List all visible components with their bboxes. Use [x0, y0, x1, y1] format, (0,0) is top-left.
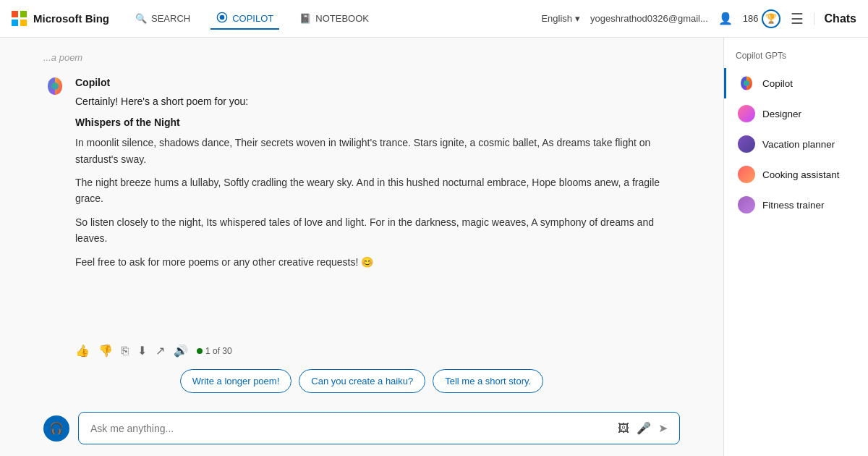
hamburger-menu-icon[interactable]: ☰	[791, 10, 804, 28]
message-body: Copilot Certainly! Here's a short poem f…	[75, 75, 680, 270]
chat-area: ...a poem	[0, 38, 723, 456]
send-icon[interactable]: ➤	[658, 421, 668, 435]
nav-notebook[interactable]: 📓 NOTEBOOK	[294, 9, 375, 28]
sidebar-item-copilot[interactable]: Copilot	[724, 68, 868, 98]
language-selector[interactable]: English ▾	[541, 13, 580, 24]
sidebar-item-fitness-label: Fitness trainer	[762, 200, 825, 211]
share-icon[interactable]: ↗	[156, 344, 165, 358]
microsoft-logo-icon	[12, 11, 27, 27]
sidebar-item-fitness-trainer[interactable]: Fitness trainer	[724, 190, 868, 220]
page-indicator: 1 of 30	[197, 346, 232, 356]
copy-icon[interactable]: ⎘	[122, 345, 129, 358]
header-right: English ▾ yogeshrathod0326@gmail... 👤 18…	[541, 9, 856, 28]
input-box[interactable]: 🖼 🎤 ➤	[78, 412, 680, 444]
copilot-gpt-icon	[738, 75, 755, 92]
points-count: 186	[743, 13, 759, 24]
language-label: English	[541, 13, 572, 24]
fitness-gpt-icon	[738, 196, 755, 214]
chats-panel-title: Chats	[814, 12, 856, 25]
user-account-icon[interactable]: 👤	[718, 12, 733, 25]
green-dot-icon	[197, 348, 203, 354]
nav-copilot-label: COPILOT	[232, 13, 273, 24]
brand-name: Microsoft Bing	[33, 12, 109, 25]
suggestion-haiku[interactable]: Can you create a haiku?	[299, 369, 425, 393]
message-sender-name: Copilot	[75, 75, 680, 90]
sidebar-section-title: Copilot GPTs	[724, 46, 868, 68]
user-avatar-input: 🎧	[43, 415, 69, 442]
image-input-icon[interactable]: 🖼	[618, 422, 629, 435]
sidebar-item-cooking-assistant[interactable]: Cooking assistant	[724, 159, 868, 190]
header: Microsoft Bing 🔍 SEARCH COPILOT 📓 NOTEBO…	[0, 0, 868, 38]
reward-icon[interactable]: 🏆	[762, 9, 780, 28]
svg-point-1	[220, 15, 225, 20]
sidebar: Copilot GPTs	[723, 38, 868, 456]
designer-gpt-icon	[738, 105, 755, 122]
svg-point-2	[51, 83, 59, 90]
sidebar-item-copilot-label: Copilot	[762, 78, 793, 89]
message-closing: Feel free to ask for more poems or any o…	[75, 254, 680, 270]
suggestion-short-story[interactable]: Tell me a short story.	[433, 369, 543, 393]
input-icons: 🖼 🎤 ➤	[618, 421, 668, 435]
chat-messages: ...a poem	[0, 38, 723, 338]
thumbs-down-icon[interactable]: 👎	[98, 344, 113, 358]
cooking-gpt-icon	[738, 166, 755, 183]
copilot-nav-icon	[216, 12, 228, 25]
sidebar-item-cooking-label: Cooking assistant	[762, 169, 840, 180]
nav-search-label: SEARCH	[151, 13, 190, 24]
main-layout: ...a poem	[0, 38, 868, 456]
sidebar-item-designer-label: Designer	[762, 109, 801, 119]
vacation-gpt-icon	[738, 135, 755, 153]
user-email: yogeshrathod0326@gmail...	[590, 13, 708, 24]
notebook-nav-icon: 📓	[299, 13, 311, 24]
sidebar-item-designer[interactable]: Designer	[724, 98, 868, 129]
sidebar-item-vacation-label: Vacation planner	[762, 139, 835, 150]
suggestion-longer-poem[interactable]: Write a longer poem!	[180, 369, 292, 393]
nav-notebook-label: NOTEBOOK	[315, 13, 369, 24]
chat-input[interactable]	[90, 423, 612, 434]
svg-point-3	[744, 80, 749, 86]
download-icon[interactable]: ⬇	[137, 344, 147, 358]
copilot-avatar	[43, 75, 67, 98]
poem-stanza-3: So listen closely to the night, Its whis…	[75, 214, 680, 247]
nav-copilot[interactable]: COPILOT	[210, 7, 279, 30]
user-input-icon: 🎧	[49, 421, 64, 435]
page-count: 1 of 30	[205, 346, 232, 356]
speaker-icon[interactable]: 🔊	[174, 344, 188, 358]
suggestions-area: Write a longer poem! Can you create a ha…	[0, 363, 723, 405]
sidebar-item-vacation-planner[interactable]: Vacation planner	[724, 129, 868, 159]
chevron-down-icon: ▾	[575, 13, 580, 24]
microphone-icon[interactable]: 🎤	[637, 421, 651, 435]
nav-search[interactable]: 🔍 SEARCH	[129, 9, 196, 28]
search-nav-icon: 🔍	[135, 13, 147, 24]
poem-title: Whispers of the Night	[75, 114, 680, 130]
previous-message-partial: ...a poem	[43, 52, 680, 63]
action-bar: 👍 👎 ⎘ ⬇ ↗ 🔊 1 of 30	[0, 338, 723, 363]
thumbs-up-icon[interactable]: 👍	[75, 344, 90, 358]
copilot-message: Copilot Certainly! Here's a short poem f…	[43, 75, 680, 270]
input-area: 🎧 🖼 🎤 ➤	[0, 405, 723, 456]
poem-stanza-1: In moonlit silence, shadows dance, Their…	[75, 135, 680, 167]
points-badge: 186 🏆	[743, 9, 780, 28]
message-intro: Certainly! Here's a short poem for you:	[75, 93, 680, 109]
brand-logo[interactable]: Microsoft Bing	[12, 11, 109, 27]
poem-stanza-2: The night breeze hums a lullaby, Softly …	[75, 174, 680, 207]
